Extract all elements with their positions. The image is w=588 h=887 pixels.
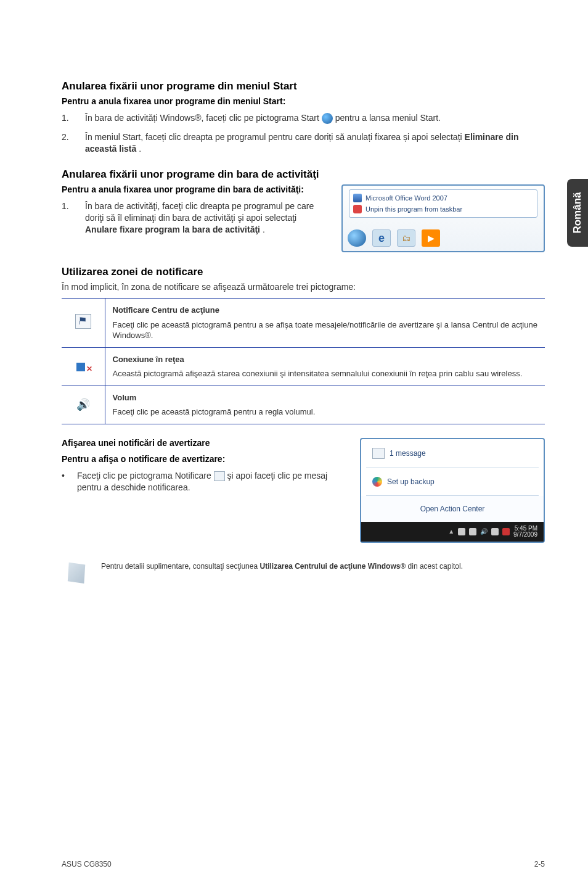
note-box: Pentru detalii suplimentare, consultaţi …: [62, 561, 545, 585]
heading-unpin-taskbar: Anularea fixării unor programe din bara …: [62, 168, 545, 181]
tray-icon: [502, 528, 510, 535]
popup-message-header: 1 message: [361, 439, 544, 468]
section-unpin-taskbar: Anularea fixării unor programe din bara …: [62, 168, 545, 252]
menu-row-unpin: Unpin this program from taskbar: [353, 204, 533, 215]
text-cell: Conexiune în reţea Această pictogramă af…: [105, 347, 545, 386]
taskbar-strip: e 🗂 ▶: [348, 228, 539, 249]
backup-icon: [372, 477, 382, 487]
tray-icon: [458, 528, 465, 535]
heading-alert: Afişarea unei notificări de avertizare: [62, 438, 341, 448]
step-number: 1.: [62, 112, 85, 124]
notification-flag-icon: [214, 471, 225, 481]
subheading-alert: Pentru a afişa o notificare de avertizar…: [62, 454, 341, 464]
language-side-tab: Română: [567, 179, 588, 247]
footer-right: 2-5: [534, 860, 545, 868]
note-pencil-icon: [65, 561, 89, 585]
media-player-icon: ▶: [422, 229, 440, 247]
tray-icon: [469, 528, 476, 535]
section-unpin-start-menu: Anularea fixării unor programe din meniu…: [62, 80, 545, 155]
tray-up-icon: ▲: [448, 528, 454, 535]
flag-icon: [372, 448, 385, 459]
start-icon: [322, 113, 333, 124]
row-title: Notificare Centru de acţiune: [113, 305, 538, 316]
popup-setup-row: Set up backup: [361, 468, 544, 495]
table-row: Notificare Centru de acţiune Faceţi clic…: [62, 299, 545, 348]
action-center-flag-icon: [75, 314, 91, 329]
menu-row-word: Microsoft Office Word 2007: [353, 192, 533, 204]
language-label: Română: [571, 192, 584, 233]
subheading-unpin-start: Pentru a anula fixarea unor programe din…: [62, 96, 545, 106]
step-1: 1. În bara de activități Windows®, faceț…: [62, 112, 545, 124]
page-footer: ASUS CG8350 2-5: [62, 860, 545, 868]
step-1: 1. În bara de activităţi, faceţi clic dr…: [62, 200, 330, 236]
row-title: Volum: [113, 392, 538, 403]
row-desc: Faceţi clic pe această pictogramă pentru…: [113, 407, 316, 416]
tray-flag-icon: [491, 528, 499, 535]
system-tray: ▲ 🔊 5:45 PM 9/7/2009: [361, 522, 544, 542]
step-number: 2.: [62, 131, 85, 155]
row-title: Conexiune în reţea: [113, 354, 538, 365]
notification-table: Notificare Centru de acţiune Faceţi clic…: [62, 298, 545, 424]
unpin-icon: [353, 205, 362, 213]
heading-notification-area: Utilizarea zonei de notificare: [62, 266, 545, 278]
step-text: În bara de activități Windows®, faceți c…: [85, 112, 545, 124]
heading-unpin-start: Anularea fixării unor programe din meniu…: [62, 80, 545, 93]
network-icon: [75, 358, 91, 373]
list-item: Faceţi clic pe pictograma Notificare şi …: [62, 470, 341, 493]
icon-cell: [62, 299, 105, 348]
section-alert-notification: Afişarea unei notificări de avertizare P…: [62, 438, 545, 543]
tray-volume-icon: 🔊: [480, 528, 488, 535]
step-text: În meniul Start, faceți clic dreapta pe …: [85, 131, 545, 155]
icon-cell: [62, 386, 105, 424]
text-cell: Volum Faceţi clic pe această pictogramă …: [105, 386, 545, 424]
volume-icon: [75, 397, 91, 412]
bullet-text: Faceţi clic pe pictograma Notificare şi …: [77, 470, 341, 493]
note-text: Pentru detalii suplimentare, consultaţi …: [101, 561, 463, 572]
section-notification-area: Utilizarea zonei de notificare În mod im…: [62, 266, 545, 424]
popup-open-link: Open Action Center: [361, 496, 544, 522]
intro-notification-area: În mod implicit, în zona de notificare s…: [62, 282, 545, 292]
context-menu: Microsoft Office Word 2007 Unpin this pr…: [349, 189, 537, 218]
step-number: 1.: [62, 200, 85, 236]
icon-cell: [62, 347, 105, 386]
screenshot-unpin-taskbar: Microsoft Office Word 2007 Unpin this pr…: [341, 184, 545, 252]
footer-left: ASUS CG8350: [62, 860, 112, 868]
row-desc: Faceţi clic pe această pictogramă pentru…: [113, 320, 537, 340]
explorer-icon: 🗂: [397, 229, 415, 247]
alert-bullet-list: Faceţi clic pe pictograma Notificare şi …: [62, 470, 341, 493]
table-row: Volum Faceţi clic pe această pictogramă …: [62, 386, 545, 424]
start-button-icon: [348, 229, 366, 247]
row-desc: Această pictogramă afişează starea conex…: [113, 369, 523, 378]
text-cell: Notificare Centru de acţiune Faceţi clic…: [105, 299, 545, 348]
word-icon: [353, 194, 362, 202]
ie-icon: e: [372, 229, 391, 247]
tray-clock: 5:45 PM 9/7/2009: [513, 526, 537, 538]
step-text: În bara de activităţi, faceţi clic dreap…: [85, 200, 330, 236]
step-2: 2. În meniul Start, faceți clic dreapta …: [62, 131, 545, 155]
steps-unpin-start: 1. În bara de activități Windows®, faceț…: [62, 112, 545, 155]
screenshot-action-center-popup: 1 message Set up backup Open Action Cent…: [360, 438, 545, 543]
steps-unpin-taskbar: 1. În bara de activităţi, faceţi clic dr…: [62, 200, 330, 236]
table-row: Conexiune în reţea Această pictogramă af…: [62, 347, 545, 386]
subheading-unpin-taskbar: Pentru a anula fixarea unor programe din…: [62, 184, 330, 194]
